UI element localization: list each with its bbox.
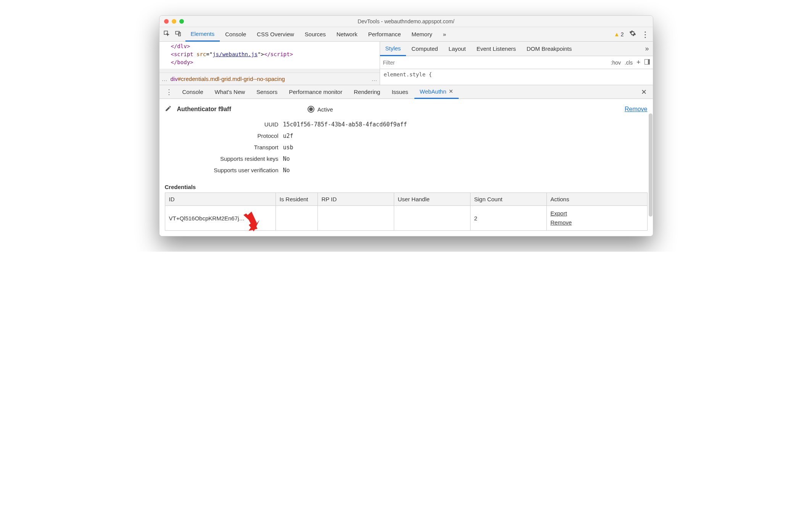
window-title: DevTools - webauthndemo.appspot.com/ — [160, 18, 653, 24]
th-actions: Actions — [546, 193, 647, 206]
elements-pane: </dlv> <script src="js/webauthn.js"></sc… — [160, 42, 380, 85]
kebab-menu-icon[interactable]: ⋮ — [641, 30, 649, 39]
tab-performance[interactable]: Performance — [363, 27, 406, 42]
th-resident: Is Resident — [276, 193, 317, 206]
devtools-window: DevTools - webauthndemo.appspot.com/ Ele… — [159, 15, 653, 236]
prop-uuid: UUID 15c01f56-785f-43b4-ab58-4facd60f9af… — [165, 119, 648, 130]
panel-scroll-track[interactable] — [649, 113, 653, 236]
tab-css-overview[interactable]: CSS Overview — [251, 27, 300, 42]
tab-elements[interactable]: Elements — [185, 27, 220, 42]
minimize-window-button[interactable] — [172, 19, 176, 24]
styles-body[interactable]: element.style { — [380, 69, 653, 80]
credentials-title: Credentials — [165, 184, 648, 190]
prop-user-verification: Supports user verification No — [165, 165, 648, 176]
toolbar-right: ▲ 2 ⋮ — [614, 30, 653, 39]
dom-tree[interactable]: </dlv> <script src="js/webauthn.js"></sc… — [160, 42, 380, 69]
panel-scroll-thumb[interactable] — [649, 113, 652, 217]
drawer-tab-whatsnew[interactable]: What's New — [209, 85, 251, 99]
warnings-badge[interactable]: ▲ 2 — [614, 31, 624, 37]
settings-icon[interactable] — [629, 30, 636, 39]
edit-icon[interactable] — [165, 105, 172, 113]
th-rpid: RP ID — [317, 193, 394, 206]
authenticator-header: Authenticator f9aff Active Remove — [165, 105, 648, 113]
prop-protocol: Protocol u2f — [165, 130, 648, 142]
titlebar: DevTools - webauthndemo.appspot.com/ — [160, 16, 653, 27]
split-panes: </dlv> <script src="js/webauthn.js"></sc… — [160, 42, 653, 85]
horizontal-scrollbar[interactable] — [160, 69, 380, 73]
hov-toggle[interactable]: :hov — [611, 60, 621, 66]
drawer-tab-webauthn[interactable]: WebAuthn ✕ — [414, 85, 459, 99]
subtab-computed[interactable]: Computed — [406, 42, 443, 56]
cell-id: VT+Ql516ObcpKRM2En67j… — [165, 206, 276, 231]
active-label: Active — [317, 106, 333, 113]
styles-toolbar: :hov .cls + — [380, 56, 653, 69]
warnings-count: 2 — [621, 31, 624, 37]
th-userhandle: User Handle — [394, 193, 470, 206]
authenticator-props: UUID 15c01f56-785f-43b4-ab58-4facd60f9af… — [165, 119, 648, 176]
drawer-tab-perfmonitor[interactable]: Performance monitor — [284, 85, 348, 99]
table-header-row: ID Is Resident RP ID User Handle Sign Co… — [165, 193, 647, 206]
toggle-sidebar-icon[interactable] — [644, 59, 650, 66]
prop-resident-keys: Supports resident keys No — [165, 153, 648, 165]
breadcrumb-current[interactable]: div#credentials.mdl-grid.mdl-grid--no-sp… — [171, 76, 285, 82]
drawer-tab-issues[interactable]: Issues — [386, 85, 413, 99]
tab-memory[interactable]: Memory — [406, 27, 438, 42]
cell-userhandle — [394, 206, 470, 231]
cell-signcount: 2 — [470, 206, 546, 231]
new-style-rule-icon[interactable]: + — [636, 58, 641, 66]
styles-tabs: Styles Computed Layout Event Listeners D… — [380, 42, 653, 56]
more-tabs-icon[interactable]: » — [438, 27, 451, 42]
table-row: VT+Ql516ObcpKRM2En67j… 2 Export Remove — [165, 206, 647, 231]
main-toolbar: Elements Console CSS Overview Sources Ne… — [160, 27, 653, 42]
webauthn-panel: Authenticator f9aff Active Remove UUID 1… — [160, 99, 653, 236]
authenticator-title: Authenticator f9aff — [177, 106, 231, 113]
close-tab-icon[interactable]: ✕ — [449, 88, 453, 94]
breadcrumb-left-dots[interactable]: … — [162, 76, 168, 82]
active-radio[interactable]: Active — [308, 106, 333, 113]
styles-pane: Styles Computed Layout Event Listeners D… — [380, 42, 653, 85]
subtab-styles[interactable]: Styles — [380, 42, 406, 56]
tab-network[interactable]: Network — [331, 27, 363, 42]
breadcrumb-right-dots[interactable]: … — [372, 76, 377, 82]
traffic-lights — [160, 19, 184, 24]
cell-actions: Export Remove — [546, 206, 647, 231]
device-toggle-icon[interactable] — [175, 30, 182, 39]
tab-console[interactable]: Console — [220, 27, 251, 42]
prop-transport: Transport usb — [165, 142, 648, 153]
th-signcount: Sign Count — [470, 193, 546, 206]
drawer-tab-sensors[interactable]: Sensors — [251, 85, 283, 99]
drawer-kebab-icon[interactable]: ⋮ — [162, 88, 176, 96]
close-window-button[interactable] — [164, 19, 169, 24]
close-drawer-icon[interactable]: ✕ — [641, 88, 651, 96]
remove-authenticator-link[interactable]: Remove — [625, 106, 648, 113]
drawer-tab-console[interactable]: Console — [177, 85, 209, 99]
th-id: ID — [165, 193, 276, 206]
radio-icon — [308, 106, 314, 113]
drawer-tab-rendering[interactable]: Rendering — [348, 85, 385, 99]
subtab-dom-breakpoints[interactable]: DOM Breakpoints — [521, 42, 577, 56]
cls-toggle[interactable]: .cls — [625, 60, 633, 66]
tab-sources[interactable]: Sources — [300, 27, 331, 42]
toolbar-left-icons — [160, 30, 185, 39]
maximize-window-button[interactable] — [179, 19, 184, 24]
warning-icon: ▲ — [614, 31, 620, 37]
more-subtabs-icon[interactable]: » — [641, 45, 652, 53]
export-credential-link[interactable]: Export — [551, 209, 643, 218]
cell-rpid — [317, 206, 394, 231]
styles-filter-input[interactable] — [383, 60, 607, 66]
subtab-layout[interactable]: Layout — [443, 42, 471, 56]
cell-resident — [276, 206, 317, 231]
drawer-tabs: ⋮ Console What's New Sensors Performance… — [160, 85, 653, 99]
remove-credential-link[interactable]: Remove — [551, 218, 643, 227]
subtab-event-listeners[interactable]: Event Listeners — [471, 42, 521, 56]
breadcrumb[interactable]: … div#credentials.mdl-grid.mdl-grid--no-… — [160, 73, 380, 85]
credentials-table: ID Is Resident RP ID User Handle Sign Co… — [165, 192, 648, 231]
main-tabs: Elements Console CSS Overview Sources Ne… — [185, 27, 614, 42]
inspect-icon[interactable] — [163, 30, 170, 39]
